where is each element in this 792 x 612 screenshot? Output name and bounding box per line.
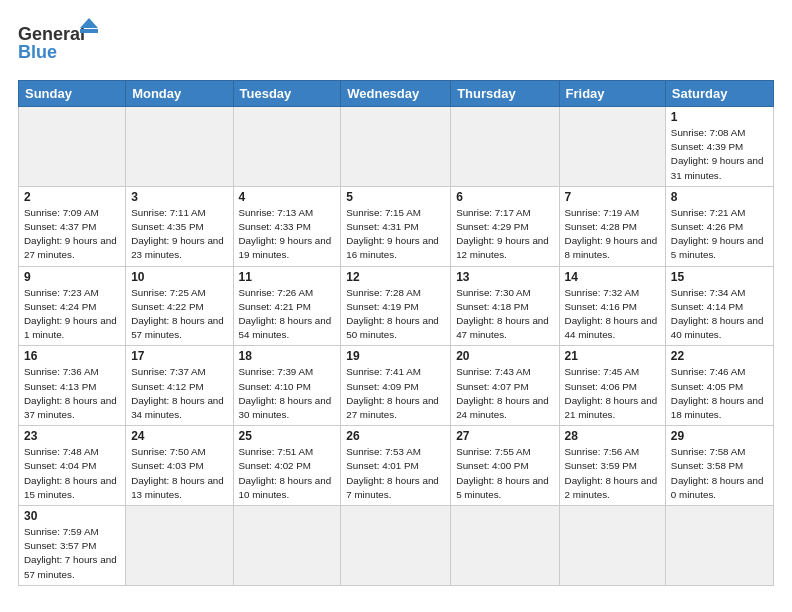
calendar-cell: 1Sunrise: 7:08 AM Sunset: 4:39 PM Daylig…: [665, 107, 773, 187]
weekday-saturday: Saturday: [665, 81, 773, 107]
calendar-week-1: 2Sunrise: 7:09 AM Sunset: 4:37 PM Daylig…: [19, 186, 774, 266]
weekday-header-row: SundayMondayTuesdayWednesdayThursdayFrid…: [19, 81, 774, 107]
logo: General Blue: [18, 18, 108, 70]
calendar-cell: 20Sunrise: 7:43 AM Sunset: 4:07 PM Dayli…: [451, 346, 559, 426]
day-number: 23: [24, 429, 120, 443]
weekday-wednesday: Wednesday: [341, 81, 451, 107]
day-info: Sunrise: 7:08 AM Sunset: 4:39 PM Dayligh…: [671, 126, 768, 183]
day-number: 5: [346, 190, 445, 204]
calendar-cell: 13Sunrise: 7:30 AM Sunset: 4:18 PM Dayli…: [451, 266, 559, 346]
day-number: 4: [239, 190, 336, 204]
day-number: 1: [671, 110, 768, 124]
day-number: 17: [131, 349, 227, 363]
calendar-cell: [233, 506, 341, 586]
calendar-cell: 12Sunrise: 7:28 AM Sunset: 4:19 PM Dayli…: [341, 266, 451, 346]
weekday-tuesday: Tuesday: [233, 81, 341, 107]
day-info: Sunrise: 7:32 AM Sunset: 4:16 PM Dayligh…: [565, 286, 660, 343]
day-number: 21: [565, 349, 660, 363]
calendar-cell: 23Sunrise: 7:48 AM Sunset: 4:04 PM Dayli…: [19, 426, 126, 506]
calendar-cell: [341, 107, 451, 187]
weekday-monday: Monday: [126, 81, 233, 107]
day-info: Sunrise: 7:56 AM Sunset: 3:59 PM Dayligh…: [565, 445, 660, 502]
day-info: Sunrise: 7:53 AM Sunset: 4:01 PM Dayligh…: [346, 445, 445, 502]
day-number: 3: [131, 190, 227, 204]
day-info: Sunrise: 7:17 AM Sunset: 4:29 PM Dayligh…: [456, 206, 553, 263]
calendar-cell: 27Sunrise: 7:55 AM Sunset: 4:00 PM Dayli…: [451, 426, 559, 506]
calendar-cell: 30Sunrise: 7:59 AM Sunset: 3:57 PM Dayli…: [19, 506, 126, 586]
calendar-cell: 19Sunrise: 7:41 AM Sunset: 4:09 PM Dayli…: [341, 346, 451, 426]
day-info: Sunrise: 7:11 AM Sunset: 4:35 PM Dayligh…: [131, 206, 227, 263]
day-info: Sunrise: 7:37 AM Sunset: 4:12 PM Dayligh…: [131, 365, 227, 422]
day-info: Sunrise: 7:48 AM Sunset: 4:04 PM Dayligh…: [24, 445, 120, 502]
calendar-cell: 4Sunrise: 7:13 AM Sunset: 4:33 PM Daylig…: [233, 186, 341, 266]
day-number: 6: [456, 190, 553, 204]
calendar-week-3: 16Sunrise: 7:36 AM Sunset: 4:13 PM Dayli…: [19, 346, 774, 426]
svg-marker-2: [80, 18, 98, 28]
day-info: Sunrise: 7:41 AM Sunset: 4:09 PM Dayligh…: [346, 365, 445, 422]
calendar-week-5: 30Sunrise: 7:59 AM Sunset: 3:57 PM Dayli…: [19, 506, 774, 586]
day-info: Sunrise: 7:46 AM Sunset: 4:05 PM Dayligh…: [671, 365, 768, 422]
calendar-cell: 3Sunrise: 7:11 AM Sunset: 4:35 PM Daylig…: [126, 186, 233, 266]
calendar-cell: [451, 107, 559, 187]
day-info: Sunrise: 7:25 AM Sunset: 4:22 PM Dayligh…: [131, 286, 227, 343]
day-info: Sunrise: 7:30 AM Sunset: 4:18 PM Dayligh…: [456, 286, 553, 343]
calendar-cell: 17Sunrise: 7:37 AM Sunset: 4:12 PM Dayli…: [126, 346, 233, 426]
calendar-cell: [233, 107, 341, 187]
weekday-sunday: Sunday: [19, 81, 126, 107]
day-number: 9: [24, 270, 120, 284]
day-number: 15: [671, 270, 768, 284]
calendar-week-2: 9Sunrise: 7:23 AM Sunset: 4:24 PM Daylig…: [19, 266, 774, 346]
day-number: 13: [456, 270, 553, 284]
calendar-cell: 6Sunrise: 7:17 AM Sunset: 4:29 PM Daylig…: [451, 186, 559, 266]
weekday-thursday: Thursday: [451, 81, 559, 107]
calendar-cell: 29Sunrise: 7:58 AM Sunset: 3:58 PM Dayli…: [665, 426, 773, 506]
day-number: 22: [671, 349, 768, 363]
day-number: 8: [671, 190, 768, 204]
calendar-cell: 16Sunrise: 7:36 AM Sunset: 4:13 PM Dayli…: [19, 346, 126, 426]
calendar-table: SundayMondayTuesdayWednesdayThursdayFrid…: [18, 80, 774, 586]
day-number: 29: [671, 429, 768, 443]
day-number: 30: [24, 509, 120, 523]
calendar-cell: 8Sunrise: 7:21 AM Sunset: 4:26 PM Daylig…: [665, 186, 773, 266]
day-number: 2: [24, 190, 120, 204]
calendar-cell: 10Sunrise: 7:25 AM Sunset: 4:22 PM Dayli…: [126, 266, 233, 346]
day-number: 12: [346, 270, 445, 284]
day-info: Sunrise: 7:13 AM Sunset: 4:33 PM Dayligh…: [239, 206, 336, 263]
day-number: 19: [346, 349, 445, 363]
day-info: Sunrise: 7:43 AM Sunset: 4:07 PM Dayligh…: [456, 365, 553, 422]
day-number: 25: [239, 429, 336, 443]
day-number: 20: [456, 349, 553, 363]
day-number: 18: [239, 349, 336, 363]
logo-svg: General Blue: [18, 18, 108, 70]
day-number: 16: [24, 349, 120, 363]
day-info: Sunrise: 7:59 AM Sunset: 3:57 PM Dayligh…: [24, 525, 120, 582]
calendar-cell: 24Sunrise: 7:50 AM Sunset: 4:03 PM Dayli…: [126, 426, 233, 506]
calendar-cell: 28Sunrise: 7:56 AM Sunset: 3:59 PM Dayli…: [559, 426, 665, 506]
day-number: 14: [565, 270, 660, 284]
page-header: General Blue: [18, 18, 774, 70]
calendar-cell: 26Sunrise: 7:53 AM Sunset: 4:01 PM Dayli…: [341, 426, 451, 506]
calendar-cell: 14Sunrise: 7:32 AM Sunset: 4:16 PM Dayli…: [559, 266, 665, 346]
calendar-cell: [559, 506, 665, 586]
weekday-friday: Friday: [559, 81, 665, 107]
calendar-cell: 11Sunrise: 7:26 AM Sunset: 4:21 PM Dayli…: [233, 266, 341, 346]
calendar-cell: [126, 107, 233, 187]
calendar-week-4: 23Sunrise: 7:48 AM Sunset: 4:04 PM Dayli…: [19, 426, 774, 506]
calendar-cell: 2Sunrise: 7:09 AM Sunset: 4:37 PM Daylig…: [19, 186, 126, 266]
day-number: 11: [239, 270, 336, 284]
day-number: 27: [456, 429, 553, 443]
calendar-cell: [665, 506, 773, 586]
calendar-cell: 18Sunrise: 7:39 AM Sunset: 4:10 PM Dayli…: [233, 346, 341, 426]
day-number: 26: [346, 429, 445, 443]
calendar-cell: 15Sunrise: 7:34 AM Sunset: 4:14 PM Dayli…: [665, 266, 773, 346]
day-info: Sunrise: 7:45 AM Sunset: 4:06 PM Dayligh…: [565, 365, 660, 422]
day-number: 28: [565, 429, 660, 443]
day-info: Sunrise: 7:34 AM Sunset: 4:14 PM Dayligh…: [671, 286, 768, 343]
calendar-week-0: 1Sunrise: 7:08 AM Sunset: 4:39 PM Daylig…: [19, 107, 774, 187]
day-info: Sunrise: 7:23 AM Sunset: 4:24 PM Dayligh…: [24, 286, 120, 343]
calendar-cell: [451, 506, 559, 586]
day-info: Sunrise: 7:36 AM Sunset: 4:13 PM Dayligh…: [24, 365, 120, 422]
calendar-cell: 22Sunrise: 7:46 AM Sunset: 4:05 PM Dayli…: [665, 346, 773, 426]
svg-text:Blue: Blue: [18, 42, 57, 62]
day-number: 24: [131, 429, 227, 443]
